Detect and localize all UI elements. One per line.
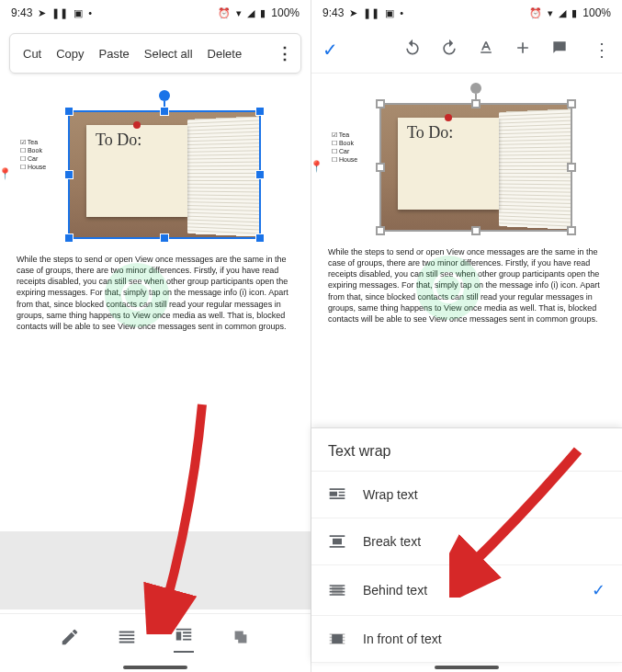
- edit-icon[interactable]: [60, 627, 80, 651]
- comment-icon[interactable]: [550, 39, 569, 61]
- pause-icon: ❚❚: [363, 7, 379, 19]
- status-bar: 9:43 ➤ ❚❚ ▣ • ⏰ ▾ ◢ ▮ 100%: [0, 0, 311, 26]
- rotate-handle[interactable]: [470, 83, 481, 94]
- checklist-item: Book: [20, 146, 46, 154]
- battery-icon: ▮: [260, 7, 266, 19]
- resize-handle[interactable]: [160, 107, 169, 116]
- document-area[interactable]: 📍 Tea Book Car House To Do:: [311, 74, 622, 337]
- option-label: Behind text: [363, 583, 427, 598]
- checklist-item: House: [20, 163, 46, 171]
- checklist: Tea Book Car House: [332, 131, 357, 164]
- body-paragraph[interactable]: While the steps to send or open View onc…: [324, 246, 609, 325]
- wifi-icon: ▾: [548, 7, 553, 19]
- redo-icon[interactable]: [440, 39, 458, 61]
- resize-handle[interactable]: [255, 233, 265, 243]
- cut-button[interactable]: Cut: [17, 41, 47, 66]
- resize-handle[interactable]: [471, 226, 481, 235]
- rotate-handle[interactable]: [159, 90, 170, 101]
- sticky-text: To Do:: [96, 131, 141, 149]
- pin-icon: 📍: [310, 160, 319, 169]
- option-label: Wrap text: [363, 487, 418, 502]
- option-label: In front of text: [363, 632, 442, 646]
- nav-pill[interactable]: [123, 666, 187, 669]
- context-menu: Cut Copy Paste Select all Delete ⋮: [9, 33, 301, 74]
- resize-handle[interactable]: [567, 99, 576, 108]
- svg-rect-0: [332, 586, 343, 595]
- resize-handle[interactable]: [255, 170, 265, 179]
- document-area[interactable]: 📍 Tea Book Car House To Do:: [0, 81, 311, 345]
- check-icon: ✓: [592, 580, 605, 600]
- phone-left: 9:43 ➤ ❚❚ ▣ • ⏰ ▾ ◢ ▮ 100% Cut Copy Past…: [0, 0, 311, 672]
- sticky-note: To Do:: [398, 118, 499, 210]
- battery-percent: 100%: [582, 6, 611, 19]
- selected-image[interactable]: To Do:: [68, 110, 261, 239]
- nav-pill[interactable]: [435, 666, 499, 669]
- more-icon[interactable]: ⋮: [277, 43, 293, 63]
- resize-handle[interactable]: [567, 163, 576, 172]
- battery-percent: 100%: [271, 6, 300, 19]
- crop-image-icon[interactable]: [231, 627, 251, 651]
- resize-handle[interactable]: [255, 107, 265, 116]
- status-time: 9:43: [11, 6, 32, 19]
- wifi-icon: ▾: [236, 7, 242, 19]
- paper-stack: [187, 116, 259, 237]
- pause-icon: ❚❚: [51, 7, 68, 19]
- break-text-option[interactable]: Break text: [311, 518, 622, 565]
- text-wrap-icon[interactable]: [174, 625, 194, 653]
- resize-handle[interactable]: [376, 163, 385, 172]
- sheet-title: Text wrap: [311, 428, 622, 472]
- delete-button[interactable]: Delete: [202, 41, 248, 66]
- resize-handle[interactable]: [471, 99, 481, 108]
- photo-content: To Do:: [70, 112, 259, 237]
- photo-content: To Do:: [381, 105, 571, 230]
- confirm-icon[interactable]: ✓: [322, 39, 338, 61]
- checklist-item: Tea: [20, 138, 46, 146]
- align-icon[interactable]: [117, 627, 137, 651]
- bottom-toolbar: [0, 613, 311, 663]
- pushpin-icon: [445, 114, 452, 121]
- checklist-item: Book: [332, 139, 357, 147]
- behind-text-option[interactable]: Behind text ✓: [311, 565, 622, 616]
- image-icon: ▣: [385, 7, 394, 19]
- resize-handle[interactable]: [64, 107, 74, 116]
- checklist: Tea Book Car House: [20, 138, 46, 171]
- battery-icon: ▮: [571, 7, 577, 19]
- send-icon: ➤: [38, 7, 46, 19]
- option-label: Break text: [363, 534, 421, 549]
- wrap-text-option[interactable]: Wrap text: [311, 472, 622, 518]
- undo-icon[interactable]: [403, 39, 422, 61]
- checklist-item: Car: [332, 147, 357, 155]
- resize-handle[interactable]: [376, 226, 385, 235]
- selected-image[interactable]: To Do:: [379, 103, 572, 232]
- text-format-icon[interactable]: [477, 39, 495, 61]
- resize-handle[interactable]: [64, 233, 74, 243]
- checklist-item: Car: [20, 154, 46, 163]
- paste-button[interactable]: Paste: [94, 41, 135, 66]
- status-bar: 9:43 ➤ ❚❚ ▣ • ⏰ ▾ ◢ ▮ 100%: [311, 0, 622, 26]
- paper-stack: [499, 108, 571, 230]
- resize-handle[interactable]: [64, 170, 74, 179]
- image-icon: ▣: [74, 7, 83, 19]
- signal-icon: ◢: [559, 7, 566, 19]
- checklist-item: Tea: [332, 131, 357, 139]
- status-time: 9:43: [322, 6, 344, 19]
- copy-button[interactable]: Copy: [51, 41, 89, 66]
- pushpin-icon: [133, 121, 141, 129]
- more-icon[interactable]: ⋮: [587, 39, 611, 61]
- resize-handle[interactable]: [376, 99, 385, 108]
- dot-icon: •: [88, 7, 92, 18]
- select-all-button[interactable]: Select all: [139, 41, 198, 66]
- in-front-of-text-option[interactable]: In front of text: [311, 616, 622, 663]
- phone-right: 9:43 ➤ ❚❚ ▣ • ⏰ ▾ ◢ ▮ 100% ✓: [311, 0, 622, 672]
- pin-icon: 📍: [0, 167, 7, 177]
- signal-icon: ◢: [247, 7, 254, 19]
- svg-rect-1: [332, 634, 343, 644]
- body-paragraph[interactable]: While the steps to send or open View onc…: [13, 254, 298, 332]
- add-icon[interactable]: [514, 39, 532, 61]
- grey-band: [0, 531, 311, 609]
- text-wrap-sheet: Text wrap Wrap text Break text Behind te…: [311, 427, 622, 663]
- resize-handle[interactable]: [160, 233, 169, 243]
- app-toolbar: ✓ ⋮: [311, 26, 622, 74]
- alarm-icon: ⏰: [218, 7, 231, 19]
- resize-handle[interactable]: [567, 226, 576, 235]
